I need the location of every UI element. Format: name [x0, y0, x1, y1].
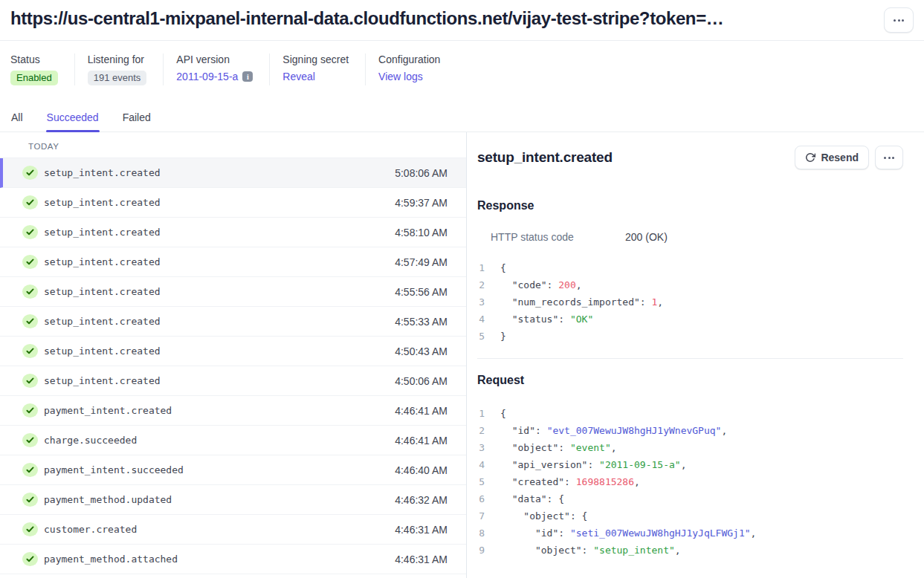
response-heading: Response — [477, 199, 903, 212]
event-time: 4:50:06 AM — [395, 375, 448, 387]
event-name: setup_intent.created — [44, 227, 161, 238]
tab-all[interactable]: All — [10, 110, 24, 131]
event-list-panel: TODAY setup_intent.created5:08:06 AMsetu… — [0, 132, 467, 578]
code-line: 8 "id": "seti_007WewuJW8hgHJ1yJqLFWGj1", — [477, 525, 903, 542]
event-time: 4:55:56 AM — [395, 286, 448, 298]
event-name: payment_intent.succeeded — [44, 464, 184, 475]
success-check-icon — [22, 314, 38, 328]
reveal-link[interactable]: Reveal — [282, 71, 315, 82]
meta-api-version: API version 2011-09-15-a i — [176, 53, 270, 85]
success-check-icon — [22, 344, 38, 358]
event-name: setup_intent.created — [44, 167, 161, 178]
event-row[interactable]: payment_method.attached4:46:31 AM — [0, 545, 466, 574]
overflow-icon — [894, 19, 904, 22]
event-row[interactable]: charge.succeeded4:46:41 AM — [0, 426, 466, 455]
event-row[interactable]: setup_intent.created4:50:43 AM — [0, 337, 466, 366]
configuration-label: Configuration — [378, 53, 440, 65]
success-check-icon — [22, 433, 38, 447]
event-time: 4:50:43 AM — [395, 345, 448, 357]
webhook-meta: Status Enabled Listening for 191 events … — [0, 41, 924, 85]
meta-status: Status Enabled — [10, 53, 75, 85]
meta-listening: Listening for 191 events — [88, 53, 164, 85]
status-badge: Enabled — [10, 71, 58, 85]
event-name: charge.succeeded — [44, 435, 137, 446]
event-name: setup_intent.created — [44, 197, 161, 208]
event-row[interactable]: payment_intent.created4:46:41 AM — [0, 396, 466, 426]
http-status-value: 200 (OK) — [625, 231, 668, 243]
event-time: 5:08:06 AM — [395, 167, 448, 179]
tab-failed[interactable]: Failed — [122, 110, 152, 131]
event-time: 4:46:31 AM — [395, 524, 448, 536]
filter-tabs: All Succeeded Failed — [0, 110, 924, 132]
success-check-icon — [22, 195, 38, 210]
listening-label: Listening for — [88, 53, 147, 65]
event-name: setup_intent.created — [44, 286, 161, 297]
event-row[interactable]: payment_method.updated4:46:32 AM — [0, 485, 466, 515]
detail-overflow-button[interactable] — [875, 146, 903, 169]
request-code-block: 1{2 "id": "evt_007WewuJW8hgHJ1yWnevGPuq"… — [477, 405, 903, 559]
section-divider — [477, 358, 903, 359]
event-row[interactable]: setup_intent.created4:50:06 AM — [0, 366, 466, 396]
content-split: TODAY setup_intent.created5:08:06 AMsetu… — [0, 132, 924, 578]
code-line: 3 "num_records_imported": 1, — [477, 293, 903, 311]
http-status-label: HTTP status code — [491, 231, 625, 243]
resend-icon — [805, 152, 815, 163]
success-check-icon — [22, 463, 38, 477]
event-time: 4:46:40 AM — [395, 464, 448, 476]
api-version-link[interactable]: 2011-09-15-a — [176, 71, 238, 82]
event-row[interactable]: setup_intent.created4:58:10 AM — [0, 218, 466, 247]
response-code-block: 1{2 "code": 200,3 "num_records_imported"… — [477, 259, 903, 345]
code-line: 5} — [477, 328, 903, 345]
code-token-link[interactable]: "evt_007WewuJW8hgHJ1yWnevGPuq" — [547, 425, 722, 436]
view-logs-link[interactable]: View logs — [378, 71, 423, 82]
code-line: 1{ — [477, 405, 903, 422]
event-row[interactable]: setup_intent.created4:59:37 AM — [0, 188, 466, 218]
status-label: Status — [10, 53, 58, 65]
meta-configuration: Configuration View logs — [378, 53, 456, 85]
event-time: 4:46:31 AM — [395, 553, 448, 565]
code-line: 4 "status": "OK" — [477, 311, 903, 328]
code-line: 3 "object": "event", — [477, 439, 903, 456]
meta-signing-secret: Signing secret Reveal — [282, 53, 366, 85]
info-icon[interactable]: i — [242, 71, 253, 82]
event-row[interactable]: customer.created4:46:31 AM — [0, 515, 466, 545]
code-line: 2 "id": "evt_007WewuJW8hgHJ1yWnevGPuq", — [477, 422, 903, 439]
event-name: customer.created — [44, 524, 137, 535]
event-time: 4:58:10 AM — [395, 227, 448, 238]
code-line: 7 "object": { — [477, 507, 903, 525]
code-line: 2 "code": 200, — [477, 276, 903, 293]
event-time: 4:46:32 AM — [395, 494, 448, 506]
event-name: setup_intent.created — [44, 375, 161, 386]
event-row[interactable]: setup_intent.created4:55:33 AM — [0, 307, 466, 337]
success-check-icon — [22, 166, 38, 180]
header-overflow-button[interactable] — [884, 7, 914, 33]
event-time: 4:57:49 AM — [395, 256, 448, 268]
event-name: payment_method.attached — [44, 553, 178, 565]
event-rows: setup_intent.created5:08:06 AMsetup_inte… — [0, 158, 466, 574]
code-line: 6 "data": { — [477, 490, 903, 507]
code-line: 1{ — [477, 259, 903, 276]
success-check-icon — [22, 225, 38, 239]
event-row[interactable]: setup_intent.created4:57:49 AM — [0, 247, 466, 277]
resend-button[interactable]: Resend — [795, 146, 869, 169]
event-time: 4:46:41 AM — [395, 405, 448, 417]
code-token-link[interactable]: "seti_007WewuJW8hgHJ1yJqLFWGj1" — [570, 527, 751, 539]
event-name: payment_method.updated — [44, 494, 172, 505]
success-check-icon — [22, 522, 38, 536]
code-line: 4 "api_version": "2011-09-15-a", — [477, 456, 903, 473]
page-title: https://us-central1-mixpanel-internal-da… — [10, 6, 875, 31]
overflow-icon — [884, 157, 894, 159]
tab-succeeded[interactable]: Succeeded — [46, 110, 100, 131]
event-row[interactable]: setup_intent.created4:55:56 AM — [0, 277, 466, 307]
event-row[interactable]: setup_intent.created5:08:06 AM — [0, 158, 466, 188]
event-row[interactable]: payment_intent.succeeded4:46:40 AM — [0, 455, 466, 485]
event-time: 4:59:37 AM — [395, 197, 448, 209]
page-header: https://us-central1-mixpanel-internal-da… — [0, 0, 924, 41]
event-name: setup_intent.created — [44, 316, 161, 327]
event-name: setup_intent.created — [44, 256, 161, 267]
http-status-row: HTTP status code 200 (OK) — [491, 231, 903, 243]
event-detail-panel: setup_intent.created Resend Response HTT… — [467, 132, 924, 578]
event-time: 4:46:41 AM — [395, 435, 448, 447]
request-heading: Request — [477, 374, 903, 387]
date-section-label: TODAY — [0, 132, 466, 158]
